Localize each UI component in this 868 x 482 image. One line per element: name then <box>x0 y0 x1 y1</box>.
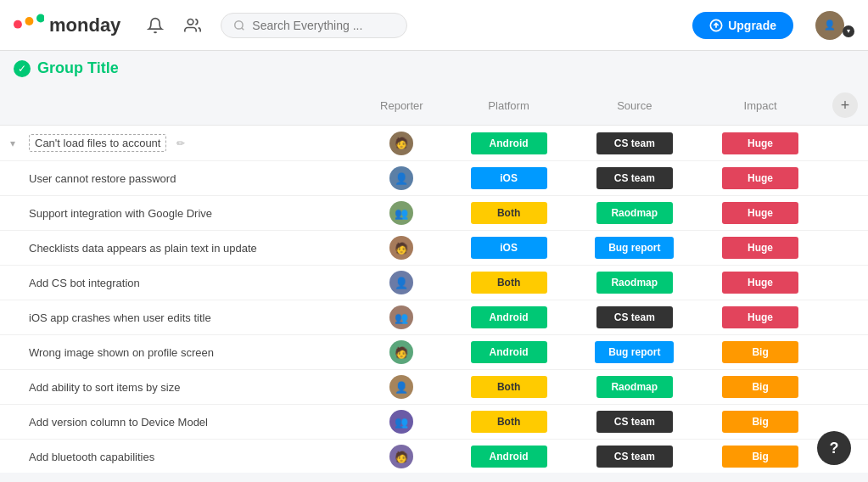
task-name[interactable]: Support integration with Google Drive <box>29 207 212 220</box>
upgrade-button[interactable]: Upgrade <box>692 12 793 39</box>
impact-badge[interactable]: Huge <box>722 306 798 328</box>
task-name[interactable]: Add version column to Device Model <box>29 416 208 429</box>
platform-badge[interactable]: Both <box>471 411 547 433</box>
platform-badge[interactable]: iOS <box>471 167 547 189</box>
platform-badge[interactable]: Android <box>471 132 547 154</box>
impact-badge[interactable]: Huge <box>722 132 798 154</box>
row-action-cell <box>822 335 868 370</box>
search-bar[interactable] <box>221 13 407 38</box>
source-badge[interactable]: CS team <box>596 411 673 433</box>
source-badge[interactable]: CS team <box>596 132 673 154</box>
impact-cell: Huge <box>698 300 822 335</box>
source-badge[interactable]: CS team <box>596 446 673 468</box>
source-cell: Bug report <box>570 231 698 266</box>
source-badge[interactable]: CS team <box>596 167 673 189</box>
people-button[interactable] <box>178 11 207 40</box>
task-cell: ▾Can't load files to account ✏ <box>0 126 356 161</box>
task-name[interactable]: Checklists data appears as plain text in… <box>29 242 257 255</box>
group-chevron[interactable]: ✓ <box>14 60 31 77</box>
source-cell: CS team <box>570 440 698 474</box>
platform-badge[interactable]: Android <box>471 446 547 468</box>
platform-badge[interactable]: Both <box>471 376 547 398</box>
col-add: + <box>822 86 868 126</box>
reporter-cell: 🧑 <box>356 126 447 161</box>
col-platform: Platform <box>447 86 571 126</box>
row-action-cell <box>822 370 868 405</box>
impact-badge[interactable]: Big <box>722 446 798 468</box>
group-title: Group Title <box>37 59 119 77</box>
reporter-avatar[interactable]: 👥 <box>389 305 413 329</box>
platform-badge[interactable]: Both <box>471 272 547 294</box>
source-badge[interactable]: Raodmap <box>596 376 673 398</box>
reporter-avatar[interactable]: 🧑 <box>389 132 413 155</box>
avatar-area: 👤 ▾ <box>815 11 854 40</box>
logo-icon <box>14 14 44 37</box>
table-row: ▾Can't load files to account ✏🧑AndroidCS… <box>0 126 868 161</box>
bell-icon <box>147 17 164 34</box>
task-cell: Add ability to sort items by size <box>0 370 356 405</box>
row-expand-icon[interactable]: ▾ <box>10 137 22 149</box>
impact-badge[interactable]: Big <box>722 411 798 433</box>
reporter-avatar[interactable]: 👤 <box>389 271 413 294</box>
task-name[interactable]: Add CS bot integration <box>29 277 140 289</box>
edit-icon[interactable]: ✏ <box>176 137 185 149</box>
impact-cell: Huge <box>698 161 822 196</box>
impact-badge[interactable]: Big <box>722 341 798 363</box>
source-cell: CS team <box>570 161 698 196</box>
table-header-row: Reporter Platform Source Impact + <box>0 86 868 126</box>
platform-badge[interactable]: Android <box>471 306 547 328</box>
impact-badge[interactable]: Huge <box>722 237 798 259</box>
svg-point-4 <box>235 20 243 28</box>
reporter-cell: 👤 <box>356 370 447 405</box>
platform-badge[interactable]: Both <box>471 202 547 224</box>
reporter-avatar[interactable]: 👥 <box>389 410 413 434</box>
svg-rect-0 <box>14 20 22 28</box>
platform-badge[interactable]: Android <box>471 341 547 363</box>
impact-badge[interactable]: Huge <box>722 167 798 189</box>
reporter-cell: 👥 <box>356 196 447 231</box>
help-button[interactable]: ? <box>817 431 851 465</box>
task-name[interactable]: Wrong image shown on profile screen <box>29 346 214 359</box>
source-badge[interactable]: Bug report <box>595 341 674 363</box>
source-badge[interactable]: Bug report <box>595 237 674 259</box>
task-name[interactable]: User cannot restore password <box>29 172 176 185</box>
impact-cell: Huge <box>698 266 822 300</box>
platform-cell: Both <box>447 196 571 231</box>
avatar-dropdown[interactable]: ▾ <box>843 25 854 37</box>
table-row: Add CS bot integration👤BothRaodmapHuge <box>0 266 868 300</box>
logo-text: monday <box>49 14 120 36</box>
group-header: ✓ Group Title <box>0 51 868 86</box>
impact-badge[interactable]: Big <box>722 376 798 398</box>
task-name[interactable]: Add ability to sort items by size <box>29 381 180 394</box>
search-input[interactable] <box>252 19 388 32</box>
impact-cell: Huge <box>698 231 822 266</box>
impact-badge[interactable]: Huge <box>722 202 798 224</box>
reporter-avatar[interactable]: 🧑 <box>389 236 413 260</box>
task-name[interactable]: Can't load files to account <box>29 134 166 152</box>
reporter-avatar[interactable]: 🧑 <box>389 445 413 468</box>
user-avatar[interactable]: 👤 <box>815 11 844 40</box>
impact-badge[interactable]: Huge <box>722 272 798 294</box>
reporter-avatar[interactable]: 👤 <box>389 166 413 190</box>
reporter-avatar[interactable]: 🧑 <box>389 340 413 364</box>
reporter-avatar[interactable]: 👥 <box>389 201 413 225</box>
reporter-avatar[interactable]: 👤 <box>389 375 413 399</box>
upgrade-icon <box>709 19 723 32</box>
reporter-cell: 🧑 <box>356 231 447 266</box>
row-action-cell <box>822 266 868 300</box>
task-name[interactable]: Add bluetooth capabilities <box>29 451 154 463</box>
source-badge[interactable]: Raodmap <box>596 272 673 294</box>
notifications-button[interactable] <box>141 11 170 40</box>
impact-cell: Big <box>698 405 822 440</box>
task-name[interactable]: iOS app crashes when user edits title <box>29 311 211 324</box>
source-badge[interactable]: Raodmap <box>596 202 673 224</box>
platform-cell: Android <box>447 300 571 335</box>
task-cell: Support integration with Google Drive <box>0 196 356 231</box>
platform-badge[interactable]: iOS <box>471 237 547 259</box>
logo: monday <box>14 14 120 37</box>
add-column-button[interactable]: + <box>832 92 858 118</box>
source-badge[interactable]: CS team <box>596 306 673 328</box>
impact-cell: Big <box>698 370 822 405</box>
platform-cell: iOS <box>447 161 571 196</box>
table-row: Add version column to Device Model👥BothC… <box>0 405 868 440</box>
